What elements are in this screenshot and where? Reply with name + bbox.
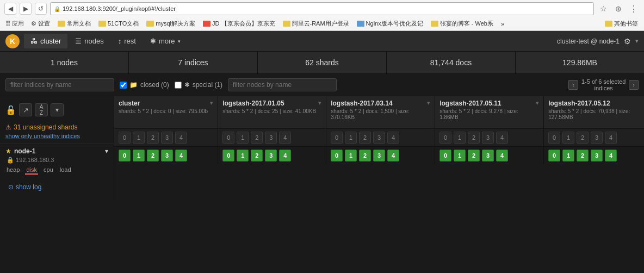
special-label: special (1)	[193, 81, 222, 89]
folder-icon	[146, 21, 154, 27]
index-meta-text: shards: 5 * 2 | docs: 0 | size: 795.00b	[119, 108, 208, 114]
shard-cell-assigned[interactable]: 2	[251, 150, 263, 162]
shard-cell-unassigned: 3	[265, 132, 277, 144]
bookmark-nginx[interactable]: Nginx版本号优化及记	[354, 18, 426, 29]
apps-button[interactable]: ⠿ 应用	[3, 18, 26, 29]
tab-load[interactable]: load	[59, 166, 72, 175]
settings-button[interactable]: ⚙	[624, 37, 631, 46]
az-sort-icon: AZ	[40, 104, 44, 116]
filter-button[interactable]: ▾	[51, 103, 64, 116]
shard-cell-assigned[interactable]: 1	[454, 150, 466, 162]
index-name-text: logstash-2017.01.05	[222, 100, 316, 107]
shard-cell-unassigned: 2	[147, 132, 159, 144]
folder-icon	[283, 21, 290, 27]
shard-cell-unassigned: 1	[454, 132, 466, 144]
shard-cell-assigned[interactable]: 1	[562, 150, 574, 162]
expand-button[interactable]: ↗	[19, 103, 32, 116]
forward-button[interactable]: ▶	[20, 3, 32, 15]
special-checkbox[interactable]	[175, 82, 182, 89]
index-header-4: logstash-2017.05.12shards: 5 * 2 | docs:…	[544, 96, 644, 129]
index-name: logstash-2017.03.14shards: 5 * 2 | docs:…	[331, 100, 425, 120]
shard-cell-assigned[interactable]: 4	[279, 150, 291, 162]
bookmark-settings[interactable]: ⚙ 设置	[28, 18, 53, 29]
url-bar[interactable]: 192.168.180.3:9200/_plugin/kopf/#!/clust…	[63, 5, 176, 12]
shard-row-header: 01234	[435, 129, 543, 147]
index-meta-text: shards: 5 * 2 | docs: 9,278 | size: 1.86…	[439, 108, 534, 120]
bookmark-mysql[interactable]: mysql解决方案	[144, 18, 198, 29]
shard-cell-assigned[interactable]: 3	[482, 150, 494, 162]
closed-filter-group: 📁 closed (0)	[120, 81, 169, 89]
shard-cell-assigned[interactable]: 0	[119, 150, 131, 162]
shard-cell-assigned[interactable]: 0	[548, 150, 560, 162]
shard-cell-assigned[interactable]: 2	[359, 150, 371, 162]
nav-nodes[interactable]: ☰ nodes	[69, 34, 110, 48]
shard-cell-assigned[interactable]: 4	[496, 150, 508, 162]
stat-indices: 7 indices	[129, 52, 258, 73]
bookmarks-more[interactable]: »	[498, 20, 507, 28]
apps-grid-icon: ⠿	[5, 20, 11, 28]
shard-cell-assigned[interactable]: 4	[605, 150, 617, 162]
sort-button[interactable]: AZ	[35, 103, 48, 116]
shard-row-data: 01234	[435, 147, 543, 164]
bookmark-blog[interactable]: 张宴的博客 - Web系	[428, 18, 496, 29]
back-button[interactable]: ◀	[4, 3, 16, 15]
shard-cell-assigned[interactable]: 3	[373, 150, 385, 162]
bookmark-star-button[interactable]: ☆	[597, 3, 609, 15]
shard-cell-assigned[interactable]: 2	[577, 150, 589, 162]
shard-cell-assigned[interactable]: 0	[439, 150, 451, 162]
shard-cell-assigned[interactable]: 2	[468, 150, 480, 162]
nav-rest[interactable]: ↕ rest	[112, 34, 143, 48]
nav-cluster[interactable]: 🖧 cluster	[24, 34, 67, 48]
tab-heap[interactable]: heap	[5, 166, 21, 175]
index-name-text: cluster	[119, 100, 208, 107]
index-meta-text: shards: 5 * 2 | docs: 1,500 | size: 370.…	[331, 108, 425, 120]
index-collapse-button[interactable]: ▾	[536, 100, 539, 107]
prev-page-button[interactable]: ‹	[568, 80, 578, 90]
bookmark-other[interactable]: 其他书签	[602, 18, 641, 29]
shard-cell-assigned[interactable]: 4	[387, 150, 399, 162]
node-item: ★ node-1 ▾ 🔒 192.168.180.3 heap disk cpu…	[0, 144, 114, 178]
nav-more[interactable]: ✱ more ▾	[144, 34, 187, 48]
folder-icon	[58, 21, 65, 27]
page-info: 1-5 of 6 selected	[581, 78, 626, 85]
extension-button[interactable]: ⊕	[612, 3, 624, 15]
refresh-button[interactable]: ↺	[35, 3, 47, 15]
unassigned-shards-text: 31 unassigned shards	[14, 123, 77, 131]
index-collapse-button[interactable]: ▾	[427, 100, 430, 107]
index-col-4: logstash-2017.05.12shards: 5 * 2 | docs:…	[544, 96, 644, 164]
shard-cell-unassigned: 3	[161, 132, 173, 144]
folder-jd-icon	[203, 21, 210, 27]
shard-cell-unassigned: 2	[577, 132, 589, 144]
bookmark-docs1[interactable]: 常用文档	[55, 18, 94, 29]
shard-cell-unassigned: 3	[482, 132, 494, 144]
nav-arrow[interactable]: ▾	[635, 38, 639, 45]
node-dropdown-icon[interactable]: ▾	[105, 147, 108, 155]
shard-cell-assigned[interactable]: 0	[222, 150, 234, 162]
shard-cell-assigned[interactable]: 3	[161, 150, 173, 162]
show-unhealthy-link[interactable]: show only unhealthy indices	[5, 133, 108, 139]
filter-indices-input[interactable]	[5, 78, 114, 91]
index-collapse-button[interactable]: ▾	[210, 100, 213, 107]
show-log[interactable]: ⊙ show log	[0, 178, 114, 196]
shard-cell-assigned[interactable]: 4	[175, 150, 187, 162]
nav-right: cluster-test @ node-1 ⚙ ▾	[557, 37, 639, 46]
lock-icon: 🔓	[5, 105, 16, 115]
shard-cell-unassigned: 2	[251, 132, 263, 144]
shard-cell-assigned[interactable]: 3	[591, 150, 603, 162]
bookmark-docs2[interactable]: 51CTO文档	[96, 18, 141, 29]
next-page-button[interactable]: ›	[629, 80, 639, 90]
index-collapse-button[interactable]: ▾	[318, 100, 321, 107]
shard-cell-assigned[interactable]: 2	[147, 150, 159, 162]
tab-disk[interactable]: disk	[25, 166, 38, 175]
filter-nodes-input[interactable]	[228, 78, 337, 91]
menu-button[interactable]: ⋮	[628, 3, 640, 15]
shard-cell-assigned[interactable]: 1	[133, 150, 145, 162]
shard-cell-assigned[interactable]: 1	[237, 150, 249, 162]
tab-cpu[interactable]: cpu	[42, 166, 54, 175]
shard-cell-assigned[interactable]: 1	[345, 150, 357, 162]
bookmark-aliyun[interactable]: 阿里云-RAM用户登录	[280, 18, 352, 29]
shard-cell-assigned[interactable]: 0	[331, 150, 343, 162]
closed-checkbox[interactable]	[120, 82, 127, 89]
bookmark-jd[interactable]: JD 【京东会员】京东充	[200, 18, 278, 29]
shard-cell-assigned[interactable]: 3	[265, 150, 277, 162]
